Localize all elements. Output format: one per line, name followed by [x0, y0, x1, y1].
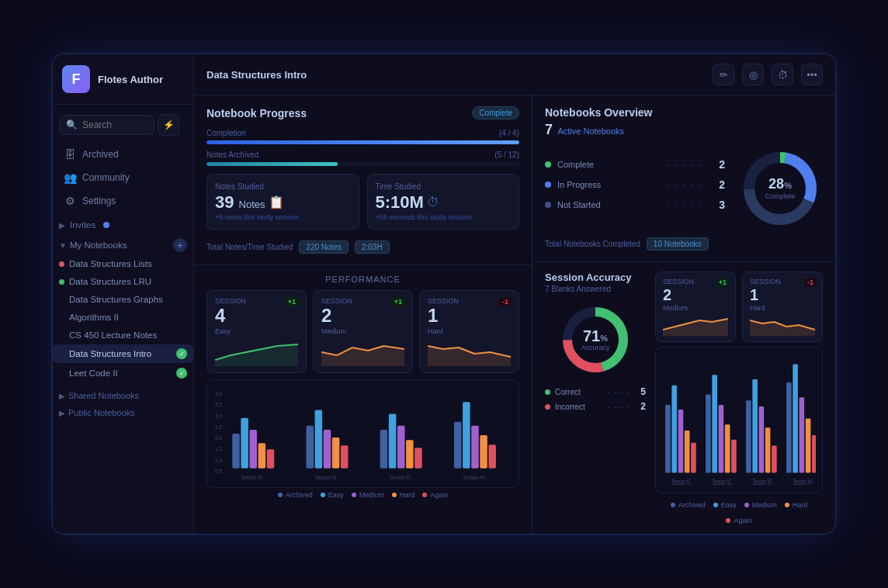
incorrect-dot: [545, 404, 550, 410]
dot-icon: [59, 279, 64, 285]
svg-rect-17: [332, 438, 340, 469]
search-input[interactable]: [82, 119, 147, 130]
accuracy-left: Session Accuracy 7 Blanks Answered: [545, 272, 646, 524]
edit-button[interactable]: ✏: [713, 64, 734, 85]
session-card-hard: Session 1 Hard -1: [419, 290, 519, 373]
complete-val: 2: [709, 158, 725, 171]
incorrect-label: Incorrect: [555, 403, 603, 411]
notebook-item-ds-lists[interactable]: Data Structures Lists: [53, 255, 193, 272]
sm-sub: Medium: [663, 304, 728, 312]
invites-row[interactable]: ▶ Invites: [53, 216, 193, 233]
svg-rect-30: [488, 444, 496, 469]
session-delta: +1: [390, 297, 406, 306]
archived-icon: 🗄: [64, 148, 76, 161]
svg-rect-23: [406, 440, 414, 469]
notebook-item-cs450[interactable]: CS 450 Lecture Notes: [53, 327, 193, 344]
notebooks-overview: Notebooks Overview 7 Active Notebooks Co…: [532, 95, 835, 262]
add-notebook-button[interactable]: +: [173, 238, 187, 252]
more-button[interactable]: •••: [801, 64, 823, 85]
session-sub: Hard: [428, 327, 511, 335]
svg-rect-40: [671, 386, 677, 473]
svg-text:3.5: 3.5: [215, 400, 222, 408]
svg-rect-14: [306, 426, 314, 469]
public-notebooks-header[interactable]: ▶ Public Notebooks: [53, 403, 193, 420]
total-notes-tag: 220 Notes: [299, 240, 349, 254]
correct-label: Correct: [555, 388, 603, 396]
svg-rect-18: [341, 445, 349, 468]
svg-rect-27: [463, 402, 470, 468]
sidebar-item-settings[interactable]: ⚙ Settings: [57, 190, 189, 212]
completion-label: Completion: [206, 129, 246, 137]
settings-icon: ⚙: [64, 195, 76, 207]
notebook-item-leet-code[interactable]: Leet Code II ✓: [53, 364, 193, 382]
total-completed-row: Total Notebooks Completed 10 Notebooks: [545, 237, 823, 251]
donut-small-center: 71% Accuracy: [581, 328, 609, 351]
notebooks-list: Data Structures Lists Data Structures LR…: [53, 255, 193, 383]
my-notebooks-label: My Notebooks: [70, 240, 127, 250]
archived-progress: Notes Archived (5 / 12): [206, 150, 519, 166]
time-studied-card: Time Studied 5:10M ⏱ +58 seconds this st…: [367, 174, 520, 230]
donut-pct: 28%: [765, 177, 796, 191]
filter-button[interactable]: ⚡: [158, 114, 179, 136]
check-icon: ✓: [176, 348, 187, 359]
svg-text:Session #2: Session #2: [712, 477, 730, 487]
stats-row: Notes Studied 39 Notes 📋 +8 notes this s…: [206, 174, 519, 230]
mini-chart-hard: [428, 338, 511, 366]
shared-notebooks-header[interactable]: ▶ Shared Notebooks: [53, 386, 193, 403]
sidebar-item-community[interactable]: 👥 Community: [57, 167, 189, 189]
incorrect-val: 2: [635, 401, 646, 412]
info-button[interactable]: ◎: [742, 64, 764, 85]
svg-rect-52: [752, 379, 758, 473]
svg-rect-49: [731, 440, 737, 473]
shared-notebooks-label: Shared Notebooks: [68, 391, 139, 400]
total-notes-label: Total Notes/Time Studied: [206, 243, 293, 251]
active-count: 7 Active Notebooks: [545, 122, 823, 138]
total-completed-tag: 10 Notebooks: [647, 237, 709, 251]
svg-text:2.5: 2.5: [215, 423, 222, 431]
chart-legend-small: Archived Easy Medium Hard Again: [655, 501, 823, 524]
svg-text:4.0: 4.0: [215, 389, 222, 397]
in-progress-dot: [545, 182, 551, 188]
main-content: Data Structures Intro ✏ ◎ ⏱ ••• Notebook…: [194, 54, 835, 534]
svg-rect-48: [725, 424, 730, 472]
accuracy-sub: 7 Blanks Answered: [545, 285, 646, 293]
archived-label: Notes Archived: [206, 150, 258, 159]
invites-badge: [103, 222, 109, 228]
complete-dot: [545, 161, 551, 168]
accuracy-section: Session Accuracy 7 Blanks Answered: [532, 262, 835, 534]
performance-title: Performance: [206, 275, 519, 284]
search-icon: 🔍: [66, 119, 78, 130]
donut-label: Complete: [765, 192, 796, 200]
my-notebooks-header[interactable]: ▼ My Notebooks +: [53, 233, 193, 255]
dot-icon: [59, 261, 64, 267]
svg-rect-21: [389, 413, 397, 468]
sidebar: F Flotes Author 🔍 ⚡ 🗄 Archived 👥 Communi…: [53, 54, 194, 534]
notebook-item-ds-lru[interactable]: Data Structures LRU: [53, 273, 193, 290]
sidebar-item-archived[interactable]: 🗄 Archived: [57, 144, 189, 165]
svg-rect-55: [772, 446, 777, 473]
in-progress-val: 2: [709, 178, 725, 191]
notes-icon: 📋: [269, 195, 284, 209]
notebook-item-algorithms-ii[interactable]: Algorithms II: [53, 309, 193, 326]
svg-rect-11: [258, 443, 266, 469]
mini-chart-medium: [321, 338, 404, 366]
correct-dot: [545, 389, 550, 395]
svg-rect-20: [380, 430, 388, 469]
session-delta: +1: [284, 297, 300, 306]
app-screen: F Flotes Author 🔍 ⚡ 🗄 Archived 👥 Communi…: [52, 54, 836, 534]
svg-rect-46: [712, 375, 717, 472]
session-num: 2: [321, 305, 404, 327]
notebook-item-ds-graphs[interactable]: Data Structures Graphs: [53, 291, 193, 308]
timer-button[interactable]: ⏱: [772, 64, 793, 85]
app-author: Flotes Author: [98, 74, 163, 85]
donut-center: 28% Complete: [765, 177, 796, 200]
bar-chart: 4.0 3.5 3.0 2.5 2.0 1.5 1.0 0.5: [206, 379, 519, 488]
search-bar[interactable]: 🔍: [59, 115, 154, 135]
notebook-item-ds-intro[interactable]: Data Structures Intro ✓: [53, 344, 193, 363]
session-num: 1: [428, 305, 511, 327]
sm-num: 1: [750, 285, 815, 304]
left-panel: Notebook Progress Complete Completion (4…: [194, 95, 532, 534]
completion-value: (4 / 4): [499, 129, 519, 137]
session-card-medium: Session 2 Medium +1: [313, 290, 413, 373]
not-started-val: 3: [709, 199, 725, 211]
